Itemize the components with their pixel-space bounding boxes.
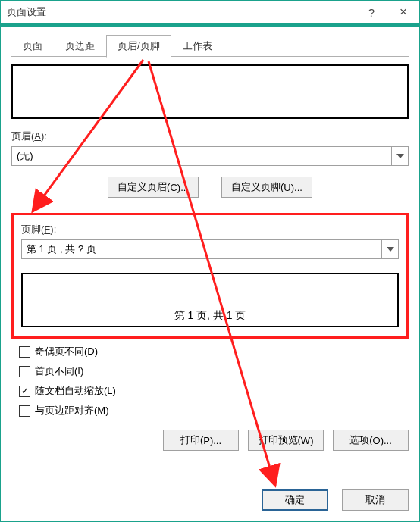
checkbox-first-page-label: 首页不同(I) [35, 364, 83, 378]
header-label-prefix: 页眉( [11, 130, 34, 142]
footer-label: 页脚(F): [21, 223, 399, 236]
checkbox-align-margin[interactable] [19, 405, 30, 417]
checkbox-group: 奇偶页不同(D) 首页不同(I) 随文档自动缩放(L) 与页边距对齐(M) [11, 345, 409, 417]
chevron-down-icon [391, 147, 408, 165]
footer-dropdown[interactable]: 第 1 页 , 共 ? 页 [21, 239, 399, 259]
header-preview [11, 64, 409, 119]
titlebar: 页面设置 ? × [1, 1, 419, 23]
checkbox-first-page[interactable] [19, 366, 30, 377]
highlighted-footer-section: 页脚(F): 第 1 页 , 共 ? 页 第 1 页, 共 1 页 [11, 213, 409, 339]
checkbox-odd-even[interactable] [19, 346, 30, 358]
close-icon[interactable]: × [387, 1, 419, 23]
tab-strip: 页面 页边距 页眉/页脚 工作表 [11, 36, 409, 57]
custom-footer-button[interactable]: 自定义页脚(U)... [221, 177, 312, 198]
print-preview-button[interactable]: 打印预览(W) [248, 430, 324, 451]
custom-header-button[interactable]: 自定义页眉(C)... [108, 177, 199, 198]
chevron-down-icon [381, 240, 398, 258]
tab-header-footer[interactable]: 页眉/页脚 [106, 35, 171, 58]
custom-buttons-row: 自定义页眉(C)... 自定义页脚(U)... [11, 177, 409, 198]
checkbox-odd-even-row: 奇偶页不同(D) [19, 345, 409, 358]
header-dropdown-value: (无) [17, 149, 33, 163]
options-button[interactable]: 选项(O)... [333, 430, 409, 451]
checkbox-scale-doc-row: 随文档自动缩放(L) [19, 384, 409, 398]
tab-sheet[interactable]: 工作表 [171, 35, 224, 57]
bottom-buttons-row: 打印(P)... 打印预览(W) 选项(O)... [11, 430, 409, 451]
dialog-action-row: 确定 取消 [262, 489, 409, 511]
cancel-button[interactable]: 取消 [342, 489, 409, 511]
footer-preview-text: 第 1 页, 共 1 页 [174, 309, 246, 323]
checkbox-odd-even-label: 奇偶页不同(D) [35, 345, 98, 358]
header-dropdown[interactable]: (无) [11, 146, 409, 166]
tab-margins[interactable]: 页边距 [54, 35, 106, 57]
header-label-suffix: ): [41, 130, 47, 142]
window-controls: ? × [356, 1, 419, 23]
footer-label-suffix: ): [50, 223, 56, 235]
ok-button[interactable]: 确定 [262, 489, 328, 511]
dialog-body: 页面 页边距 页眉/页脚 工作表 页眉(A): (无) 自定义页眉(C)... … [1, 27, 419, 521]
help-icon[interactable]: ? [356, 1, 387, 23]
checkbox-scale-doc-label: 随文档自动缩放(L) [35, 384, 116, 398]
footer-preview: 第 1 页, 共 1 页 [21, 273, 399, 327]
footer-dropdown-value: 第 1 页 , 共 ? 页 [27, 242, 96, 256]
tab-page[interactable]: 页面 [11, 35, 54, 57]
header-label: 页眉(A): [11, 130, 409, 143]
checkbox-align-margin-label: 与页边距对齐(M) [35, 404, 109, 417]
checkbox-align-margin-row: 与页边距对齐(M) [19, 404, 409, 417]
checkbox-scale-doc[interactable] [19, 386, 30, 397]
footer-label-prefix: 页脚( [21, 223, 44, 235]
print-button[interactable]: 打印(P)... [163, 430, 239, 451]
checkbox-first-page-row: 首页不同(I) [19, 364, 409, 378]
dialog-title: 页面设置 [7, 5, 46, 19]
dialog-window: 页面设置 ? × 页面 页边距 页眉/页脚 工作表 页眉(A): (无) 自定义… [0, 0, 420, 522]
header-label-key: A [34, 130, 41, 142]
